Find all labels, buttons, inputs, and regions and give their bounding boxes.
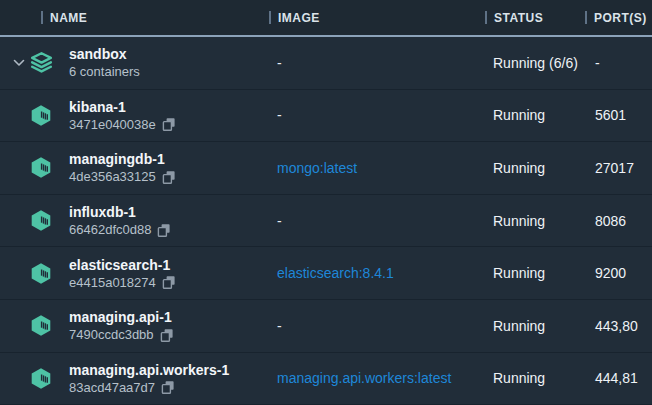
image-name: -	[269, 55, 485, 71]
image-name[interactable]: elasticsearch:8.4.1	[269, 265, 485, 281]
table-row[interactable]: kibana-1 3471e040038e - Running 5601	[0, 90, 652, 143]
column-label: NAME	[50, 11, 87, 25]
name-cell: managing.api-1 7490ccdc3dbb	[0, 308, 269, 343]
container-ports: 444,81	[585, 370, 652, 386]
name-text: managingdb-1 4de356a33125	[69, 150, 176, 185]
container-status: Running	[485, 370, 585, 386]
container-id: e4415a018274	[69, 274, 156, 291]
container-status: Running (6/6)	[485, 55, 585, 71]
container-status: Running	[485, 213, 585, 229]
name-text: elasticsearch-1 e4415a018274	[69, 256, 176, 291]
table-row[interactable]: sandbox 6 containers - Running (6/6) -	[0, 37, 652, 90]
container-id: 83acd47aa7d7	[69, 379, 155, 396]
container-status: Running	[485, 107, 585, 123]
image-name[interactable]: mongo:latest	[269, 160, 485, 176]
column-label: STATUS	[494, 11, 543, 25]
copy-icon[interactable]	[162, 170, 176, 185]
container-name: influxdb-1	[69, 203, 171, 221]
column-label: IMAGE	[278, 11, 320, 25]
copy-icon[interactable]	[157, 223, 171, 238]
container-status: Running	[485, 265, 585, 281]
image-name: -	[269, 213, 485, 229]
name-cell: managing.api.workers-1 83acd47aa7d7	[0, 361, 269, 396]
column-divider	[585, 11, 587, 24]
container-icon	[29, 260, 54, 286]
container-id: 66462dfc0d88	[69, 221, 151, 238]
container-ports: 443,80	[585, 318, 652, 334]
container-name: managing.api.workers-1	[69, 361, 229, 379]
containers-table: NAME IMAGE STATUS PORT(S)	[0, 0, 652, 405]
container-status: Running	[485, 318, 585, 334]
copy-icon[interactable]	[162, 275, 176, 290]
name-cell: influxdb-1 66462dfc0d88	[0, 203, 269, 238]
container-name: kibana-1	[69, 98, 176, 116]
name-text: managing.api.workers-1 83acd47aa7d7	[69, 361, 229, 396]
container-ports: 9200	[585, 265, 652, 281]
container-ports: 8086	[585, 213, 652, 229]
name-text: influxdb-1 66462dfc0d88	[69, 203, 171, 238]
container-name: elasticsearch-1	[69, 256, 176, 274]
column-header-status[interactable]: STATUS	[485, 11, 585, 25]
table-row[interactable]: influxdb-1 66462dfc0d88 - Running 8086	[0, 195, 652, 248]
copy-icon[interactable]	[162, 117, 176, 132]
container-status: Running	[485, 160, 585, 176]
name-cell: kibana-1 3471e040038e	[0, 98, 269, 133]
column-header-ports[interactable]: PORT(S)	[585, 11, 652, 25]
table-row[interactable]: elasticsearch-1 e4415a018274 elasticsear…	[0, 247, 652, 300]
container-name: managingdb-1	[69, 150, 176, 168]
container-id: 7490ccdc3dbb	[69, 326, 154, 343]
stack-icon	[29, 50, 54, 76]
container-ports: -	[585, 55, 652, 71]
name-cell: managingdb-1 4de356a33125	[0, 150, 269, 185]
table-row[interactable]: managing.api.workers-1 83acd47aa7d7 mana…	[0, 353, 652, 405]
copy-icon[interactable]	[161, 380, 175, 395]
image-name: -	[269, 318, 485, 334]
image-name: -	[269, 107, 485, 123]
table-body: sandbox 6 containers - Running (6/6) -	[0, 37, 652, 405]
table-row[interactable]: managing.api-1 7490ccdc3dbb - Running 44…	[0, 300, 652, 353]
name-text: sandbox 6 containers	[69, 45, 140, 80]
column-divider	[269, 11, 271, 24]
container-name: managing.api-1	[69, 308, 174, 326]
name-text: managing.api-1 7490ccdc3dbb	[69, 308, 174, 343]
container-ports: 27017	[585, 160, 652, 176]
container-id: 4de356a33125	[69, 168, 156, 185]
column-divider	[41, 11, 43, 24]
column-divider	[485, 11, 487, 24]
table-row[interactable]: managingdb-1 4de356a33125 mongo:latest R…	[0, 142, 652, 195]
container-icon	[29, 102, 54, 128]
container-id: 6 containers	[69, 63, 140, 80]
name-cell: elasticsearch-1 e4415a018274	[0, 256, 269, 291]
container-id: 3471e040038e	[69, 116, 156, 133]
copy-icon[interactable]	[160, 328, 174, 343]
container-ports: 5601	[585, 107, 652, 123]
container-name: sandbox	[69, 45, 140, 63]
table-header: NAME IMAGE STATUS PORT(S)	[0, 0, 652, 37]
chevron-down-icon[interactable]	[13, 59, 25, 67]
column-header-image[interactable]: IMAGE	[269, 11, 485, 25]
column-label: PORT(S)	[594, 11, 647, 25]
name-text: kibana-1 3471e040038e	[69, 98, 176, 133]
container-icon	[29, 208, 54, 234]
container-icon	[29, 155, 54, 181]
container-icon	[29, 365, 54, 391]
container-icon	[29, 313, 54, 339]
name-cell: sandbox 6 containers	[0, 45, 269, 80]
column-header-name[interactable]: NAME	[0, 11, 269, 25]
image-name[interactable]: managing.api.workers:latest	[269, 370, 485, 386]
